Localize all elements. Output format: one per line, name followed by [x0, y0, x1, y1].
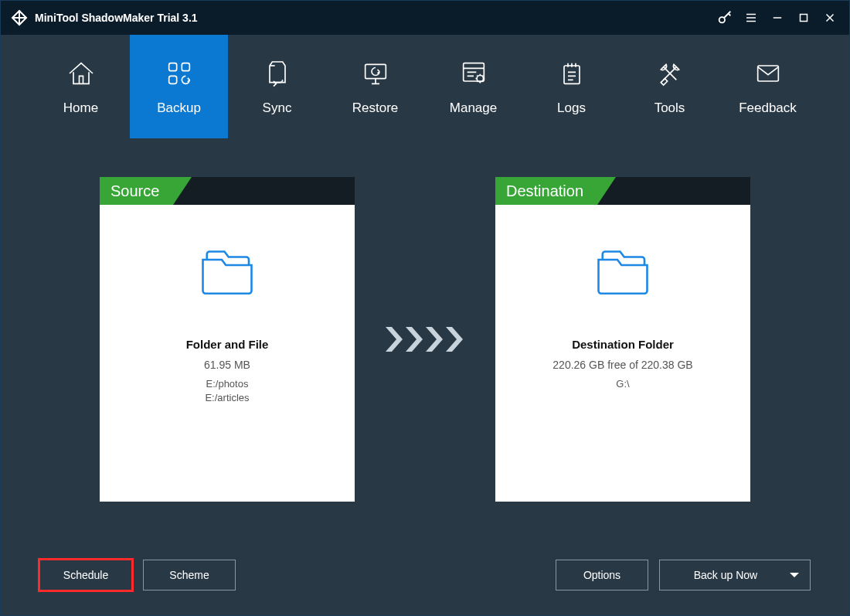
svg-rect-1	[801, 15, 808, 22]
destination-panel[interactable]: Destination Destination Folder 220.26 GB…	[495, 177, 750, 502]
svg-rect-2	[168, 63, 176, 71]
backup-now-button[interactable]: Back up Now	[659, 560, 811, 590]
nav-restore[interactable]: Restore	[326, 35, 424, 138]
schedule-button[interactable]: Schedule	[39, 560, 132, 590]
maximize-button[interactable]	[790, 1, 817, 35]
menu-icon[interactable]	[738, 1, 764, 35]
navbar: Home Backup Sync Restore Manage	[1, 35, 849, 138]
svg-rect-4	[168, 76, 176, 83]
content-area: Source Folder and File 61.95 MB E:/photo…	[1, 138, 849, 615]
nav-logs[interactable]: Logs	[522, 35, 620, 138]
source-panel[interactable]: Source Folder and File 61.95 MB E:/photo…	[100, 177, 355, 502]
nav-label: Home	[63, 100, 98, 116]
source-panel-header: Source	[100, 177, 355, 205]
minimize-button[interactable]	[764, 1, 790, 35]
nav-label: Manage	[450, 100, 497, 116]
destination-title: Destination Folder	[572, 338, 674, 351]
bottombar: Schedule Scheme Options Back up Now	[1, 560, 849, 590]
destination-panel-header: Destination	[495, 177, 750, 205]
backup-icon	[164, 57, 195, 90]
nav-label: Sync	[263, 100, 292, 116]
manage-icon	[458, 57, 489, 90]
source-paths: E:/photos E:/articles	[205, 377, 249, 404]
nav-manage[interactable]: Manage	[424, 35, 522, 138]
app-title: MiniTool ShadowMaker Trial 3.1	[35, 12, 198, 24]
svg-rect-9	[757, 66, 778, 81]
source-tag: Source	[100, 177, 173, 205]
app-logo-icon	[10, 9, 29, 27]
svg-marker-11	[406, 327, 423, 352]
nav-label: Restore	[352, 100, 399, 116]
nav-label: Backup	[157, 100, 201, 116]
button-label: Scheme	[169, 569, 209, 581]
activate-key-icon[interactable]	[712, 1, 738, 35]
destination-free: 220.26 GB free of 220.38 GB	[552, 359, 692, 371]
svg-rect-5	[365, 64, 386, 78]
source-title: Folder and File	[186, 338, 269, 351]
nav-sync[interactable]: Sync	[228, 35, 326, 138]
close-button[interactable]	[817, 1, 843, 35]
logs-icon	[556, 57, 587, 90]
nav-feedback[interactable]: Feedback	[719, 35, 817, 138]
scheme-button[interactable]: Scheme	[143, 560, 236, 590]
source-panel-body: Folder and File 61.95 MB E:/photos E:/ar…	[100, 205, 355, 502]
nav-tools[interactable]: Tools	[620, 35, 719, 138]
button-label: Back up Now	[694, 569, 757, 581]
folder-icon	[192, 243, 262, 301]
nav-label: Logs	[557, 100, 586, 116]
nav-label: Tools	[654, 100, 685, 116]
nav-home[interactable]: Home	[32, 35, 130, 138]
transfer-chevrons-icon	[382, 324, 468, 355]
nav-label: Feedback	[739, 100, 797, 116]
nav-backup[interactable]: Backup	[130, 35, 228, 138]
feedback-icon	[753, 57, 784, 90]
titlebar: MiniTool ShadowMaker Trial 3.1	[1, 1, 849, 35]
svg-rect-8	[564, 66, 580, 83]
button-label: Schedule	[63, 569, 108, 581]
source-size: 61.95 MB	[204, 359, 250, 371]
sync-icon	[262, 57, 293, 90]
button-label: Options	[583, 569, 620, 581]
folder-icon	[588, 243, 658, 301]
panels-row: Source Folder and File 61.95 MB E:/photo…	[100, 177, 750, 502]
options-button[interactable]: Options	[556, 560, 648, 590]
destination-path: G:\	[616, 377, 629, 391]
home-icon	[66, 57, 97, 90]
svg-marker-12	[426, 327, 443, 352]
tools-icon	[654, 57, 685, 90]
app-window: MiniTool ShadowMaker Trial 3.1 Home	[0, 0, 850, 616]
chevron-down-icon	[790, 573, 799, 577]
svg-marker-13	[446, 327, 463, 352]
svg-point-0	[719, 17, 725, 22]
destination-tag: Destination	[495, 177, 597, 205]
destination-panel-body: Destination Folder 220.26 GB free of 220…	[495, 205, 750, 502]
restore-icon	[360, 57, 391, 90]
svg-rect-3	[182, 63, 189, 71]
svg-marker-10	[386, 327, 403, 352]
